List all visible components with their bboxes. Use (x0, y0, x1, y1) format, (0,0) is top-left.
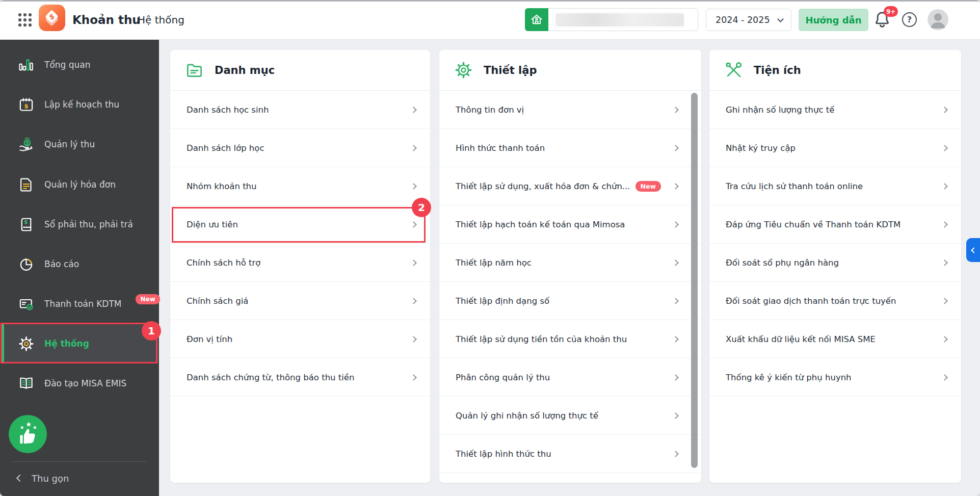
window-edge (0, 0, 980, 2)
chevron-right-icon (672, 298, 679, 304)
calendar-dollar-icon: $ (18, 97, 34, 113)
list-item-label: Nhật ký truy cập (726, 143, 796, 153)
list-item[interactable]: Nhóm khoản thu (170, 167, 430, 205)
sidebar-item-label: Đào tạo MISA EMIS (44, 378, 126, 388)
list-item-label: Chính sách hỗ trợ (187, 258, 260, 268)
feedback-thumbs-up-button[interactable]: ★ ★ ★ (9, 415, 47, 453)
chevron-right-icon (941, 107, 948, 113)
list-item[interactable]: Thiết lập năm học (439, 244, 701, 282)
folder-icon (186, 61, 203, 79)
sidebar-item-so-phai-thu-phai-tra[interactable]: $ Sổ phải thu, phải trả (0, 204, 159, 244)
sidebar-item-label: Thanh toán KDTM (44, 299, 121, 309)
gear-icon (455, 61, 472, 79)
svg-text:$: $ (24, 102, 29, 109)
sidebar-item-lap-ke-hoach-thu[interactable]: $ Lập kế hoạch thu (0, 85, 159, 124)
chevron-right-icon (672, 451, 679, 457)
list-item[interactable]: Thông tin đơn vị (439, 91, 701, 129)
list-item[interactable]: Tra cứu lịch sử thanh toán online (709, 167, 961, 205)
chevron-right-icon (672, 374, 679, 381)
sidebar-item-label: Quản lý thu (44, 139, 95, 149)
svg-text:$: $ (24, 219, 28, 225)
list-item-label: Quản lý ghi nhận số lượng thực tế (456, 411, 598, 421)
sidebar-item-label: Quản lý hóa đơn (44, 179, 116, 190)
list-item-label: Danh sách lớp học (187, 143, 264, 153)
sidebar-item-thanh-toan-kdtm[interactable]: Thanh toán KDTM New (0, 284, 159, 324)
notification-count-badge: 9+ (884, 6, 898, 17)
sidebar-item-quan-ly-hoa-don[interactable]: Quản lý hóa đơn (0, 165, 159, 204)
chevron-right-icon (410, 298, 417, 304)
tools-icon (725, 61, 743, 79)
list-item[interactable]: Thiết lập sử dụng, xuất hóa đơn & chứn..… (439, 167, 701, 205)
sidebar-item-quan-ly-thu[interactable]: $ Quản lý thu (0, 124, 159, 164)
list-item-label: Thống kê ý kiến từ phụ huynh (726, 373, 852, 382)
sidebar-item-tong-quan[interactable]: Tổng quan (0, 45, 159, 85)
list-item[interactable]: Chính sách hỗ trợ (170, 244, 430, 282)
list-item[interactable]: Xuất khẩu dữ liệu kết nối MISA SME (709, 320, 961, 358)
card-thiet-lap: Thiết lập Thông tin đơn vị Hình thức tha… (439, 50, 701, 483)
chevron-left-icon (16, 475, 23, 482)
chevron-right-icon (941, 336, 948, 343)
list-item[interactable]: Quản lý ghi nhận số lượng thực tế (439, 397, 701, 435)
card-title: Tiện ích (754, 64, 801, 76)
app-window: $ Khoản thu Hệ thống 2024 - 2025 Hướng d… (0, 0, 980, 496)
list-item[interactable]: Thiết lập định dạng số (439, 282, 701, 320)
list-item[interactable]: Thiết lập hình thức thu (439, 435, 701, 473)
list-item[interactable]: Đáp ứng Tiêu chuẩn về Thanh toán KDTM (709, 205, 961, 244)
svg-text:★: ★ (32, 425, 37, 430)
new-badge: New (136, 294, 160, 304)
list-item[interactable]: Phân công quản lý thu (439, 358, 701, 397)
sidebar-item-bao-cao[interactable]: Báo cáo (0, 244, 159, 284)
sidebar-divider (11, 461, 146, 462)
list-item[interactable]: Nhật ký truy cập (709, 129, 961, 167)
list-item[interactable]: Thiết lập sử dụng tiền tồn của khoản thu (439, 320, 701, 358)
svg-text:★: ★ (25, 420, 32, 428)
home-icon[interactable] (525, 8, 548, 31)
chevron-right-icon (410, 259, 417, 266)
chevron-right-icon (672, 145, 679, 151)
list-item[interactable]: Đối soát giao dịch thanh toán trực tuyến (709, 282, 961, 320)
list-item[interactable]: Danh sách lớp học (170, 129, 430, 167)
help-icon[interactable]: ? (902, 12, 917, 27)
list-item-label: Thiết lập sử dụng, xuất hóa đơn & chứn..… (456, 181, 630, 191)
chevron-right-icon (672, 336, 679, 343)
list-item[interactable]: Chính sách giá (170, 282, 430, 320)
school-search-box[interactable] (525, 8, 698, 31)
list-item[interactable]: Thiết lập hạch toán kế toán qua Mimosa (439, 205, 701, 244)
list-item[interactable]: Thống kê ý kiến từ phụ huynh (709, 358, 961, 397)
list-item-label: Thông tin đơn vị (456, 105, 524, 115)
list-item-label: Thiết lập hình thức thu (456, 449, 551, 459)
list-item[interactable]: Đối soát sổ phụ ngân hàng (709, 244, 961, 282)
app-logo-icon[interactable]: $ (39, 5, 65, 31)
payment-card-check-icon (18, 296, 34, 312)
list-item[interactable]: Hình thức thanh toán (439, 129, 701, 167)
list-item[interactable]: Danh sách chứng từ, thông báo thu tiền (170, 358, 430, 397)
sidebar-item-label: Hệ thống (44, 338, 89, 349)
expand-panel-handle[interactable] (966, 238, 980, 262)
sidebar-item-dao-tao-misa-emis[interactable]: Đào tạo MISA EMIS (0, 363, 159, 403)
chevron-right-icon (672, 221, 679, 228)
guide-button[interactable]: Hướng dẫn (799, 9, 868, 31)
chevron-right-icon (672, 183, 679, 190)
app-launcher-grid-icon[interactable] (17, 12, 33, 28)
list-item-dien-uu-tien[interactable]: Diện ưu tiên (170, 205, 430, 244)
school-year-dropdown[interactable]: 2024 - 2025 (706, 9, 791, 31)
collapse-sidebar-button[interactable]: Thu gọn (0, 468, 159, 488)
list-item[interactable]: Danh sách học sinh (170, 91, 430, 129)
invoice-icon (18, 177, 34, 193)
sidebar-item-he-thong[interactable]: Hệ thống (0, 324, 159, 363)
user-avatar[interactable] (928, 9, 948, 30)
scrollbar-thumb[interactable] (691, 93, 698, 468)
list-item-label: Ghi nhận số lượng thực tế (726, 105, 834, 115)
list-item[interactable]: Ghi nhận số lượng thực tế (709, 91, 961, 129)
chevron-right-icon (941, 183, 948, 190)
card-tien-ich: Tiện ích Ghi nhận số lượng thực tế Nhật … (709, 50, 961, 483)
list-item[interactable]: Đơn vị tính (170, 320, 430, 358)
list-item-label: Tra cứu lịch sử thanh toán online (726, 181, 863, 191)
list-item-label: Đối soát giao dịch thanh toán trực tuyến (726, 296, 896, 306)
list-item-label: Danh sách học sinh (187, 105, 269, 115)
open-book-icon (18, 376, 34, 391)
chevron-right-icon (672, 107, 679, 113)
list-item-label: Đáp ứng Tiêu chuẩn về Thanh toán KDTM (726, 220, 900, 229)
list-item-label: Diện ưu tiên (187, 220, 238, 229)
card-header: Danh mục (170, 50, 430, 91)
